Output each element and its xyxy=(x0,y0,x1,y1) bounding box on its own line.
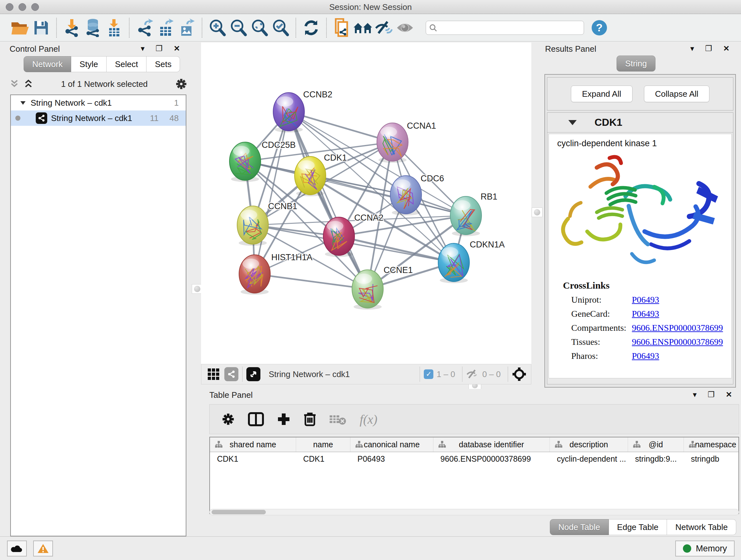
show-columns-icon[interactable] xyxy=(248,412,264,426)
zoom-in-button[interactable] xyxy=(207,17,228,38)
network-row-selected[interactable]: String Network – cdk1 11 48 xyxy=(11,111,186,126)
publication-export-button[interactable] xyxy=(331,17,352,38)
refresh-button[interactable] xyxy=(300,17,322,38)
network-node-CCNE1[interactable] xyxy=(352,270,383,310)
network-node-CCNA2[interactable] xyxy=(323,217,354,257)
cell-canonical-name[interactable]: P06493 xyxy=(350,454,433,463)
save-session-button[interactable] xyxy=(30,17,52,38)
crosslink-compartments[interactable]: 9606.ENSP00000378699 xyxy=(632,323,723,333)
column-header-description[interactable]: description xyxy=(550,437,628,452)
fit-selected-crosshair-icon[interactable] xyxy=(512,367,527,381)
column-header-name[interactable]: name xyxy=(296,437,350,452)
show-panel-button[interactable] xyxy=(394,17,415,38)
scrollbar-thumb[interactable] xyxy=(212,510,266,514)
column-header-namespace[interactable]: namespace xyxy=(684,437,739,452)
tab-edge-table[interactable]: Edge Table xyxy=(609,519,667,535)
table-horizontal-scrollbar[interactable] xyxy=(209,509,739,515)
network-canvas[interactable]: CCNB2CCNA1CDC25BCDK1CDC6RB1CCNB1CCNA2CDK… xyxy=(201,43,531,364)
network-node-CCNB1[interactable] xyxy=(237,206,268,246)
column-header-@id[interactable]: @id xyxy=(628,437,684,452)
column-header-canonical-name[interactable]: canonical name xyxy=(350,437,433,452)
network-node-HIST1H1A[interactable] xyxy=(239,255,270,295)
table-panel-float-icon[interactable]: ❐ xyxy=(708,390,719,399)
results-panel-minimize-icon[interactable]: ▾ xyxy=(690,44,698,53)
column-header-shared-name[interactable]: shared name xyxy=(210,437,296,452)
birdseye-view-icon[interactable] xyxy=(246,367,260,381)
open-session-button[interactable] xyxy=(10,17,30,38)
export-network-button[interactable] xyxy=(134,17,155,38)
table-panel-close-icon[interactable]: ✕ xyxy=(726,390,737,399)
delete-column-trash-icon[interactable] xyxy=(304,412,316,427)
cell-namespace[interactable]: stringdb xyxy=(684,454,739,463)
crosslink-uniprot[interactable]: P06493 xyxy=(632,295,659,305)
help-button[interactable]: ? xyxy=(592,20,607,36)
network-options-gear-icon[interactable] xyxy=(175,78,188,90)
right-splitter-handle[interactable] xyxy=(532,207,542,217)
import-network-from-database-button[interactable] xyxy=(82,17,104,38)
zoom-out-button[interactable] xyxy=(228,17,249,38)
zoom-fit-button[interactable] xyxy=(249,17,270,38)
network-edge[interactable] xyxy=(289,112,367,289)
cell-description[interactable]: cyclin-dependent ... xyxy=(550,454,628,463)
collapse-all-button[interactable]: Collapse All xyxy=(644,85,710,102)
network-edge[interactable] xyxy=(339,236,454,262)
cell-database-identifier[interactable]: 9606.ENSP00000378699 xyxy=(433,454,550,463)
network-node-CCNB2[interactable] xyxy=(273,92,305,132)
collection-expand-triangle-icon[interactable] xyxy=(20,100,26,105)
cloud-status-button[interactable] xyxy=(7,541,27,557)
results-panel-close-icon[interactable]: ✕ xyxy=(723,44,734,53)
node-table[interactable]: shared namenamecanonical namedatabase id… xyxy=(209,437,739,514)
network-graph[interactable]: CCNB2CCNA1CDC25BCDK1CDC6RB1CCNB1CCNA2CDK… xyxy=(201,43,531,364)
tab-node-table[interactable]: Node Table xyxy=(550,519,609,535)
network-share-view-icon[interactable] xyxy=(224,367,239,381)
cell-@id[interactable]: stringdb:9... xyxy=(628,454,684,463)
toolbar-search-field[interactable] xyxy=(426,21,584,35)
tab-sets[interactable]: Sets xyxy=(146,56,180,72)
network-collection-row[interactable]: String Network – cdk1 1 xyxy=(11,95,186,111)
search-input[interactable] xyxy=(437,23,581,32)
tab-select[interactable]: Select xyxy=(107,56,146,72)
network-node-CDKN1A[interactable] xyxy=(438,243,469,283)
import-table-button[interactable] xyxy=(104,17,125,38)
import-network-icon xyxy=(63,18,80,37)
tab-string[interactable]: String xyxy=(616,56,656,71)
cell-name[interactable]: CDK1 xyxy=(296,454,350,463)
collapse-all-chevron-icon[interactable] xyxy=(9,79,20,89)
table-row[interactable]: CDK1CDK1P064939606.ENSP00000378699cyclin… xyxy=(210,452,738,465)
crosslink-pharos[interactable]: P06493 xyxy=(632,351,659,361)
table-options-gear-icon[interactable] xyxy=(221,412,235,426)
network-node-CDC25B[interactable] xyxy=(229,142,261,182)
home-button[interactable] xyxy=(352,17,374,38)
tab-network-table[interactable]: Network Table xyxy=(667,519,736,535)
expand-all-button[interactable]: Expand All xyxy=(571,85,632,102)
create-column-plus-icon[interactable] xyxy=(277,412,291,426)
zoom-selected-button[interactable] xyxy=(270,17,291,38)
hide-panel-button[interactable] xyxy=(374,17,394,38)
network-grid-view-icon[interactable] xyxy=(208,368,219,380)
tab-network[interactable]: Network xyxy=(23,56,71,72)
control-panel-close-icon[interactable]: ✕ xyxy=(174,44,185,53)
crosslink-tissues[interactable]: 9606.ENSP00000378699 xyxy=(632,337,723,347)
control-panel-float-icon[interactable]: ❐ xyxy=(156,44,167,53)
export-image-button[interactable] xyxy=(176,17,197,38)
network-node-CCNA1[interactable] xyxy=(377,123,408,163)
gene-collapse-triangle-icon[interactable] xyxy=(568,120,577,125)
network-node-RB1[interactable] xyxy=(450,196,482,236)
table-panel-minimize-icon[interactable]: ▾ xyxy=(693,390,701,399)
network-edge[interactable] xyxy=(255,274,367,289)
results-panel-float-icon[interactable]: ❐ xyxy=(705,44,717,53)
crosslink-genecard[interactable]: P06493 xyxy=(632,309,659,319)
column-header-database-identifier[interactable]: database identifier xyxy=(433,437,550,452)
shared-column-icon xyxy=(554,440,562,449)
export-table-button[interactable] xyxy=(155,17,176,38)
control-panel-minimize-icon[interactable]: ▾ xyxy=(141,44,149,53)
tab-style[interactable]: Style xyxy=(71,56,107,72)
warning-status-button[interactable] xyxy=(33,541,53,557)
selected-nodes-checkbox[interactable]: ✓ xyxy=(424,369,433,379)
cell-shared-name[interactable]: CDK1 xyxy=(210,454,296,463)
expand-all-chevron-icon[interactable] xyxy=(23,79,34,89)
network-edge[interactable] xyxy=(289,112,393,142)
import-network-button[interactable] xyxy=(61,17,82,38)
memory-button[interactable]: Memory xyxy=(675,541,735,557)
gene-section-header[interactable]: CDK1 xyxy=(547,113,733,132)
